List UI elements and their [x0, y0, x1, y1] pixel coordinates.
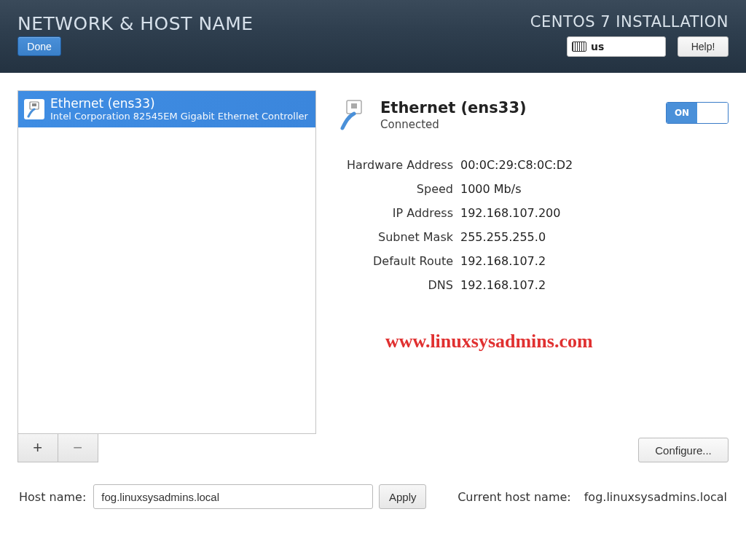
content-area: Ethernet (ens33) Intel Corporation 82545… — [0, 73, 746, 462]
add-device-button[interactable]: + — [18, 434, 58, 462]
device-title: Ethernet (ens33) — [50, 97, 310, 111]
done-button[interactable]: Done — [17, 36, 61, 56]
ethernet-icon — [24, 99, 44, 119]
configure-button[interactable]: Configure... — [638, 438, 729, 462]
detail-row-hwaddr: Hardware Address00:0C:29:C8:0C:D2 — [338, 153, 729, 177]
detail-row-ip: IP Address192.168.107.200 — [338, 201, 729, 225]
watermark-text: www.linuxsysadmins.com — [385, 331, 593, 352]
detail-row-mask: Subnet Mask255.255.255.0 — [338, 225, 729, 249]
keyboard-icon — [572, 42, 586, 52]
keyboard-layout-value: us — [591, 41, 604, 52]
connection-toggle[interactable]: ON — [666, 102, 729, 124]
device-list[interactable]: Ethernet (ens33) Intel Corporation 82545… — [17, 90, 316, 434]
add-remove-buttons: + − — [17, 434, 98, 462]
svg-rect-1 — [32, 103, 36, 106]
help-button[interactable]: Help! — [678, 36, 729, 57]
hostname-label: Host name: — [19, 490, 86, 504]
top-bar: NETWORK & HOST NAME Done CENTOS 7 INSTAL… — [0, 0, 746, 73]
hostname-row: Host name: Apply Current host name: fog.… — [0, 462, 746, 509]
device-column: Ethernet (ens33) Intel Corporation 82545… — [17, 90, 316, 462]
toggle-off-half — [697, 103, 728, 123]
detail-row-speed: Speed1000 Mb/s — [338, 177, 729, 201]
device-subtitle: Intel Corporation 82545EM Gigabit Ethern… — [50, 111, 310, 122]
hostname-input[interactable] — [93, 484, 373, 509]
connection-title: Ethernet (ens33) — [380, 99, 527, 117]
remove-device-button[interactable]: − — [58, 434, 98, 462]
connection-status: Connected — [380, 118, 527, 131]
connection-details: Hardware Address00:0C:29:C8:0C:D2 Speed1… — [338, 153, 729, 297]
ethernet-large-icon — [338, 99, 370, 131]
keyboard-layout-selector[interactable]: us — [567, 36, 666, 57]
page-title: NETWORK & HOST NAME — [17, 13, 254, 34]
detail-row-dns: DNS192.168.107.2 — [338, 273, 729, 297]
current-hostname-value: fog.linuxsysadmins.local — [584, 490, 727, 504]
svg-rect-3 — [351, 103, 357, 109]
current-hostname-label: Current host name: — [458, 490, 571, 504]
apply-button[interactable]: Apply — [379, 484, 426, 509]
toggle-on-label: ON — [667, 103, 697, 123]
detail-row-route: Default Route192.168.107.2 — [338, 249, 729, 273]
connection-panel: Ethernet (ens33) Connected ON Hardware A… — [323, 90, 729, 462]
install-title: CENTOS 7 INSTALLATION — [530, 13, 729, 31]
device-item-ethernet[interactable]: Ethernet (ens33) Intel Corporation 82545… — [18, 91, 315, 127]
